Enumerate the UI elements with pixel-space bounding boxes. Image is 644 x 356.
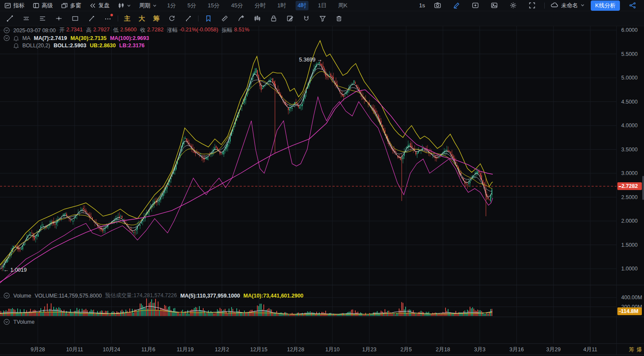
last-volume-badge: 114.8M <box>617 307 642 315</box>
kline-analysis-button[interactable]: K线分析 <box>591 0 620 11</box>
high-value: 2.7927 <box>93 27 110 34</box>
low-label: 低 <box>113 27 119 34</box>
timeframe-1时[interactable]: 1时 <box>275 1 288 10</box>
date-tick-label: 12月28 <box>287 346 304 353</box>
price-tick-label: 5.5000 <box>621 51 638 57</box>
ruler-tool[interactable] <box>218 13 231 24</box>
date-tick-label: 4月11 <box>583 346 597 353</box>
pencil-icon[interactable] <box>450 0 463 11</box>
indicators-label: 指标 <box>13 2 24 9</box>
price-tick-label: 5.0000 <box>621 75 638 81</box>
lb-value: LB:2.3176 <box>119 43 145 49</box>
magnet-tool[interactable] <box>300 13 313 24</box>
add-window-icon[interactable] <box>469 0 482 11</box>
timeframe-15分[interactable]: 15分 <box>205 1 221 10</box>
timeframe-1分[interactable]: 1分 <box>165 1 178 10</box>
date-tick-label: 11月6 <box>141 346 155 353</box>
timeframe-45分[interactable]: 45分 <box>229 1 245 10</box>
collapse-chevron-icon[interactable] <box>3 292 10 299</box>
speed-label[interactable]: 1s <box>419 2 425 9</box>
candle-pattern-tool[interactable] <box>251 13 264 24</box>
low-value: 2.5600 <box>120 27 137 34</box>
price-tick-label: 4.5000 <box>621 99 638 105</box>
timeframe-周K[interactable]: 周K <box>336 1 350 10</box>
image-icon[interactable] <box>488 0 501 11</box>
timeframe-分时[interactable]: 分时 <box>252 1 268 10</box>
price-tick-label: 2.5000 <box>621 194 638 200</box>
brush-tool[interactable] <box>85 13 98 24</box>
ohlc-legend-row: 2025-03-07 08:00 开2.7341 高2.7927 低2.5600… <box>3 27 249 34</box>
boll-title: BOLL(20,2) <box>22 43 50 49</box>
chart-style-dropdown[interactable] <box>118 2 131 9</box>
indicators-button[interactable]: 指标 <box>4 2 24 9</box>
date-tick-label: 10月11 <box>66 346 83 353</box>
alert-bell-icon[interactable] <box>13 43 19 49</box>
price-tick-label: 3.0000 <box>621 170 638 176</box>
refresh-icon[interactable] <box>165 13 178 24</box>
bottom-toggle-chips[interactable]: 筹 <box>629 346 635 353</box>
price-tick-label: 6.0000 <box>621 27 638 33</box>
collapse-chevron-icon[interactable] <box>3 27 10 34</box>
note-edit-tool[interactable] <box>284 13 296 24</box>
date-tick-label: 9月28 <box>31 346 45 353</box>
ma7-value: MA(7):2.7419 <box>34 35 67 41</box>
main-chart-button[interactable]: 主 <box>122 15 133 23</box>
timeframe-1日[interactable]: 1日 <box>316 1 329 10</box>
panel-icon <box>33 2 40 9</box>
low-price-annotation: ← 1.0019 <box>3 267 27 273</box>
open-label: 开 <box>59 27 65 34</box>
trash-icon[interactable] <box>333 13 345 24</box>
collapse-chevron-icon[interactable] <box>3 35 10 41</box>
advanced-button[interactable]: 高级 <box>33 2 53 9</box>
tvolume-legend-row: TVolume <box>3 319 34 325</box>
large-view-button[interactable]: 大 <box>136 15 147 23</box>
bottom-toggle-burst[interactable]: 爆 <box>637 346 642 353</box>
period-label: 周期 <box>139 2 150 9</box>
lock-tool[interactable] <box>267 13 280 24</box>
share-icon[interactable] <box>626 0 639 11</box>
paint-brush-tool[interactable] <box>182 13 195 24</box>
arrow-left: ← <box>3 267 9 273</box>
volume-ma10: MA(10):73,441,601.2900 <box>244 293 304 299</box>
cross-measure-tool[interactable] <box>52 13 65 24</box>
boll-legend-row: BOLL(20,2) BOLL:2.5903 UB:2.8630 LB:2.31… <box>13 43 145 49</box>
rectangle-tool[interactable] <box>69 13 82 24</box>
axis-scrollbar[interactable] <box>642 176 644 200</box>
settings-gear-icon[interactable] <box>507 0 519 11</box>
date-tick-label: 10月24 <box>103 346 120 353</box>
high-label: 高 <box>86 27 92 34</box>
close-label: 收 <box>140 27 146 34</box>
volume-value: VOLUME:114,759,575.8000 <box>35 293 102 299</box>
trend-line-tool[interactable] <box>3 13 16 24</box>
camera-icon[interactable] <box>431 0 444 11</box>
chips-button[interactable]: 筹 <box>151 15 162 23</box>
multi-window-button[interactable]: 多窗 <box>61 2 81 9</box>
price-tick-label: 1.5000 <box>621 242 638 248</box>
more-tools-button[interactable] <box>101 13 114 24</box>
volume-tick-label: 400.00M <box>621 295 642 301</box>
volume-legend-row: Volume VOLUME:114,759,575.8000 预估成交量:174… <box>3 292 303 299</box>
fib-lines-tool[interactable] <box>36 13 49 24</box>
alert-bell-icon[interactable] <box>13 35 19 41</box>
replay-button[interactable]: 复盘 <box>89 2 110 9</box>
parallel-lines-tool[interactable] <box>20 13 33 24</box>
timeframe-5分[interactable]: 5分 <box>185 1 198 10</box>
filter-tool[interactable] <box>316 13 329 24</box>
multi-window-label: 多窗 <box>70 2 81 9</box>
document-name-label: 未命名 <box>561 2 578 9</box>
fullscreen-icon[interactable] <box>525 0 538 11</box>
amplitude-value: 8.51% <box>234 27 249 34</box>
collapse-chevron-icon[interactable] <box>3 319 10 325</box>
timeframe-4时[interactable]: 4时 <box>296 1 308 10</box>
indicator-chart-icon <box>4 2 11 9</box>
bar-datetime: 2025-03-07 08:00 <box>13 28 56 34</box>
chevron-down-icon <box>580 2 585 9</box>
bookmark-tool[interactable] <box>202 13 215 24</box>
chart-area[interactable] <box>0 0 644 356</box>
period-dropdown[interactable]: 周期 <box>139 2 157 9</box>
timeframe-list: 1分5分15分45分分时1时4时1日周K <box>165 1 350 10</box>
document-name-dropdown[interactable]: 未命名 <box>551 2 585 9</box>
pen-tool[interactable] <box>235 13 247 24</box>
change-value: -0.21%(-0.0058) <box>180 27 218 34</box>
arrow-right: → <box>317 57 323 63</box>
